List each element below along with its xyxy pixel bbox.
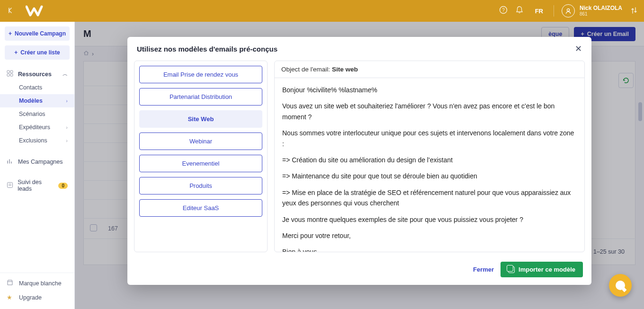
chart-icon	[7, 158, 15, 166]
sidebar-item-modeles[interactable]: Modèles ›	[0, 94, 74, 107]
svg-rect-7	[8, 182, 13, 187]
topbar: ? FR Nick OLAIZOLA 861	[0, 0, 644, 22]
sort-icon[interactable]	[631, 7, 637, 16]
svg-rect-5	[7, 74, 9, 76]
template-option[interactable]: Evenementiel	[139, 155, 262, 172]
upgrade-label: Upgrade	[19, 294, 42, 301]
sidebar-section-resources[interactable]: Ressources ︿	[0, 67, 74, 81]
user-id: 861	[580, 11, 622, 17]
suivi-leads-label: Suivi des leads	[18, 179, 55, 192]
chat-icon	[616, 281, 625, 290]
preview-subject: Object de l'email: Site web	[275, 61, 584, 78]
list-icon	[7, 182, 15, 190]
user-name: Nick OLAIZOLA	[580, 5, 622, 11]
template-option[interactable]: Produits	[139, 177, 262, 194]
svg-rect-6	[10, 74, 13, 76]
avatar[interactable]	[562, 4, 575, 18]
sidebar-item-scenarios[interactable]: Scénarios	[0, 107, 74, 121]
template-option-selected[interactable]: Site Web	[139, 110, 262, 128]
svg-point-2	[567, 9, 569, 11]
marque-blanche-label: Marque blanche	[19, 280, 62, 287]
close-icon[interactable]: ✕	[575, 44, 582, 54]
chevron-right-icon: ›	[66, 138, 68, 143]
sidebar-item-expediteurs[interactable]: Expéditeurs ›	[0, 121, 74, 134]
svg-rect-3	[7, 71, 9, 73]
svg-text:?: ?	[502, 8, 505, 13]
template-option[interactable]: Editeur SaaS	[139, 199, 262, 217]
chevron-up-icon: ︿	[63, 71, 68, 78]
new-list-button[interactable]: +Créer une liste	[5, 45, 70, 60]
chevron-right-icon: ›	[66, 124, 68, 130]
sidebar-item-mes-campagnes[interactable]: Mes Campagnes	[0, 155, 74, 168]
plus-icon: +	[9, 30, 12, 37]
store-icon	[7, 279, 15, 287]
modal-title: Utilisez nos modèles d'emails pré-conçus	[137, 45, 277, 53]
sidebar-item-contacts[interactable]: Contacts	[0, 81, 74, 94]
logo[interactable]	[26, 5, 55, 17]
sidebar-collapse-icon[interactable]	[7, 7, 15, 15]
grid-icon	[7, 70, 15, 78]
user-block[interactable]: Nick OLAIZOLA 861	[580, 5, 622, 17]
new-campaign-button[interactable]: +Nouvelle Campagn	[5, 26, 70, 41]
chevron-right-icon: ›	[66, 98, 68, 104]
star-icon: ★	[7, 294, 15, 301]
modal-backdrop[interactable]: Utilisez nos modèles d'emails pré-conçus…	[75, 22, 644, 309]
import-template-button[interactable]: Importer ce modèle	[501, 262, 583, 277]
template-option[interactable]: Partenariat Distribution	[139, 88, 262, 106]
language-selector[interactable]: FR	[535, 8, 543, 15]
template-option[interactable]: Webinar	[139, 132, 262, 150]
leads-badge: 0	[58, 183, 68, 189]
chat-fab[interactable]	[609, 274, 632, 297]
template-list: Email Prise de rendez vous Partenariat D…	[134, 61, 268, 252]
help-icon[interactable]: ?	[495, 6, 511, 16]
main: M èque +Créer un Email › ⋮✎🗑 ⋮✎🗑	[75, 22, 644, 309]
svg-rect-4	[10, 71, 13, 73]
template-modal: Utilisez nos modèles d'emails pré-conçus…	[127, 37, 591, 285]
sidebar-item-exclusions[interactable]: Exclusions ›	[0, 134, 74, 147]
bell-icon[interactable]	[511, 6, 528, 16]
sidebar-item-marque-blanche[interactable]: Marque blanche	[0, 276, 74, 291]
resources-label: Ressources	[18, 71, 52, 78]
new-campaign-label: Nouvelle Campagn	[15, 30, 66, 37]
modal-close-button[interactable]: Fermer	[473, 266, 494, 273]
new-list-label: Créer une liste	[20, 49, 60, 56]
mes-campagnes-label: Mes Campagnes	[18, 159, 63, 165]
sidebar-item-upgrade[interactable]: ★ Upgrade	[0, 291, 74, 304]
template-option[interactable]: Email Prise de rendez vous	[139, 66, 262, 83]
preview-body: Bonjour %civilite% %lastname% Vous avez …	[275, 78, 584, 252]
plus-icon: +	[14, 49, 18, 56]
sidebar: +Nouvelle Campagn +Créer une liste Resso…	[0, 22, 75, 309]
sidebar-item-suivi-leads[interactable]: Suivi des leads 0	[0, 176, 74, 195]
copy-icon	[508, 266, 515, 273]
template-preview: Object de l'email: Site web Bonjour %civ…	[274, 61, 585, 252]
